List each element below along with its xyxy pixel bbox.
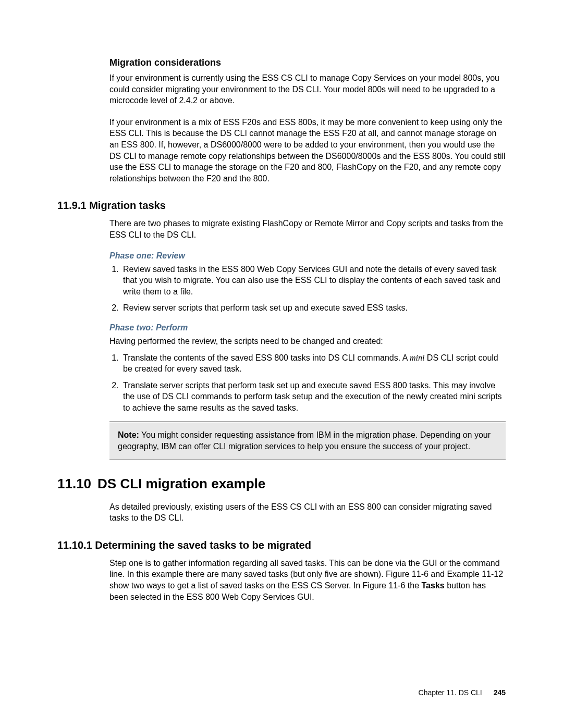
para-migration-considerations-2: If your environment is a mix of ESS F20s… [109,117,506,184]
list-item: Review saved tasks in the ESS 800 Web Co… [121,264,506,298]
heading-11-9-1: 11.9.1 Migration tasks [57,200,506,212]
list-item: Review server scripts that perform task … [121,302,506,314]
list-phase-one: Review saved tasks in the ESS 800 Web Co… [109,264,506,314]
footer-chapter-ref: Chapter 11. DS CLI [419,688,482,697]
footer-page-number: 245 [494,688,506,697]
heading-migration-considerations: Migration considerations [109,57,506,68]
para-11-10-intro: As detailed previously, existing users o… [109,501,506,524]
list-phase-two: Translate the contents of the saved ESS … [109,352,506,414]
bold-tasks: Tasks [422,581,445,590]
page-footer: Chapter 11. DS CLI 245 [419,688,506,697]
page-content: Migration considerations If your environ… [0,0,563,602]
heading-11-10-1: 11.10.1 Determining the saved tasks to b… [57,539,506,551]
note-box: Note: You might consider requesting assi… [109,422,506,460]
heading-phase-one: Phase one: Review [109,251,506,261]
list-item: Translate server scripts that perform ta… [121,380,506,414]
heading-number: 11.10 [57,476,91,491]
italic-mini: mini [410,353,424,362]
text-fragment: Translate the contents of the saved ESS … [123,353,410,362]
heading-title: DS CLI migration example [97,476,265,491]
note-label: Note: [118,430,139,439]
list-item: Translate the contents of the saved ESS … [121,352,506,375]
para-phase-two-intro: Having performed the review, the scripts… [109,336,506,347]
heading-phase-two: Phase two: Perform [109,323,506,332]
note-text: You might consider requesting assistance… [118,430,491,451]
para-11-9-1-intro: There are two phases to migrate existing… [109,218,506,240]
heading-11-10: 11.10DS CLI migration example [57,476,506,492]
para-11-10-1: Step one is to gather information regard… [109,558,506,602]
para-migration-considerations-1: If your environment is currently using t… [109,72,506,106]
